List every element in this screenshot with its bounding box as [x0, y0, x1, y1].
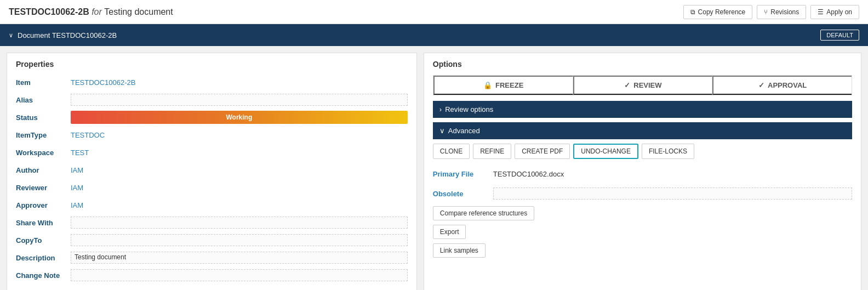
primary-file-value: TESTDOC10062.docx: [493, 170, 852, 178]
clone-button[interactable]: CLONE: [433, 144, 470, 159]
prop-value-reviewer[interactable]: IAM: [71, 184, 408, 192]
apply-on-button[interactable]: ☰ Apply on: [810, 5, 859, 19]
primary-file-label: Primary File: [433, 170, 493, 178]
prop-label-item: Item: [16, 78, 71, 87]
revisions-button[interactable]: ⑂ Revisions: [757, 5, 806, 19]
prop-input-description[interactable]: Testing document: [71, 252, 408, 264]
prop-row-status: Status Working: [16, 110, 408, 124]
page-title: TESTDOC10062-2B for Testing document: [9, 7, 173, 17]
prop-row-workspace: Workspace TEST: [16, 145, 408, 160]
primary-file-row: Primary File TESTDOC10062.docx: [433, 167, 852, 181]
prop-label-description: Description: [16, 254, 71, 262]
prop-row-author: Author IAM: [16, 163, 408, 177]
link-samples-button[interactable]: Link samples: [433, 243, 486, 258]
prop-label-approver: Approver: [16, 201, 71, 209]
prop-label-itemtype: ItemType: [16, 131, 71, 139]
properties-title: Properties: [16, 60, 408, 69]
compare-reference-button[interactable]: Compare reference structures: [433, 206, 534, 220]
prop-row-approver: Approver IAM: [16, 198, 408, 212]
freeze-icon: 🔒: [483, 81, 492, 89]
copy-icon: ⧉: [690, 8, 695, 16]
apply-icon: ☰: [818, 8, 824, 16]
prop-label-reviewer: Reviewer: [16, 184, 71, 192]
advanced-chevron-icon: ∨: [439, 127, 445, 135]
review-icon: ✓: [624, 81, 630, 89]
prop-row-alias: Alias: [16, 93, 408, 107]
revisions-icon: ⑂: [764, 8, 768, 16]
status-bar: Working: [71, 111, 408, 124]
nav-chevron-icon[interactable]: ∨: [9, 32, 13, 39]
freeze-button[interactable]: 🔒 FREEZE: [433, 76, 573, 95]
advanced-buttons-group: CLONE REFINE CREATE PDF UNDO-CHANGE FILE…: [433, 144, 852, 159]
undo-change-button[interactable]: UNDO-CHANGE: [573, 144, 638, 159]
refine-button[interactable]: REFINE: [473, 144, 511, 159]
review-button[interactable]: ✓ REVIEW: [573, 76, 713, 95]
prop-input-changenote[interactable]: [71, 269, 408, 281]
prop-label-alias: Alias: [16, 96, 71, 104]
prop-label-sharewith: Share With: [16, 219, 71, 227]
prop-row-item: Item TESTDOC10062-2B: [16, 75, 408, 89]
obsolete-label: Obsolete: [433, 190, 493, 198]
for-text: for: [92, 7, 104, 16]
top-actions: ⧉ Copy Reference ⑂ Revisions ☰ Apply on: [683, 5, 859, 19]
properties-panel: Properties Item TESTDOC10062-2B Alias St…: [7, 53, 417, 290]
review-options-header[interactable]: › Review options: [433, 101, 852, 118]
main-content: Properties Item TESTDOC10062-2B Alias St…: [0, 46, 868, 290]
nav-bar-title: ∨ Document TESTDOC10062-2B: [9, 31, 117, 39]
prop-value-itemtype[interactable]: TESTDOC: [71, 131, 408, 139]
top-header: TESTDOC10062-2B for Testing document ⧉ C…: [0, 0, 868, 24]
default-button[interactable]: DEFAULT: [820, 30, 859, 41]
approval-icon: ✓: [758, 81, 764, 89]
prop-row-changenote: Change Note: [16, 268, 408, 282]
doc-name: Testing document: [104, 7, 173, 16]
file-locks-button[interactable]: FILE-LOCKS: [642, 144, 694, 159]
prop-row-sharewith: Share With: [16, 215, 408, 230]
copy-reference-button[interactable]: ⧉ Copy Reference: [683, 5, 753, 19]
prop-input-copyto[interactable]: [71, 234, 408, 246]
action-buttons-group: 🔒 FREEZE ✓ REVIEW ✓ APPROVAL: [433, 75, 852, 95]
obsolete-input[interactable]: [493, 187, 852, 200]
options-title: Options: [433, 60, 852, 69]
prop-row-itemtype: ItemType TESTDOC: [16, 128, 408, 142]
prop-row-reviewer: Reviewer IAM: [16, 180, 408, 195]
prop-value-author[interactable]: IAM: [71, 166, 408, 174]
prop-input-sharewith[interactable]: [71, 217, 408, 229]
prop-label-changenote: Change Note: [16, 271, 71, 280]
prop-input-alias[interactable]: [71, 94, 408, 106]
prop-label-status: Status: [16, 113, 71, 122]
prop-label-copyto: CopyTo: [16, 236, 71, 244]
prop-row-description: Description Testing document: [16, 251, 408, 265]
obsolete-row: Obsolete: [433, 186, 852, 201]
prop-label-workspace: Workspace: [16, 149, 71, 157]
doc-id: TESTDOC10062-2B: [9, 7, 89, 16]
nav-bar: ∨ Document TESTDOC10062-2B DEFAULT: [0, 24, 868, 46]
advanced-header[interactable]: ∨ Advanced: [433, 122, 852, 139]
export-button[interactable]: Export: [433, 225, 466, 239]
options-panel: Options 🔒 FREEZE ✓ REVIEW ✓ APPROVAL › R…: [424, 53, 861, 290]
prop-value-approver[interactable]: IAM: [71, 201, 408, 209]
prop-value-workspace[interactable]: TEST: [71, 149, 408, 157]
review-options-chevron-icon: ›: [439, 105, 442, 113]
prop-value-item[interactable]: TESTDOC10062-2B: [71, 78, 408, 87]
prop-label-author: Author: [16, 166, 71, 174]
create-pdf-button[interactable]: CREATE PDF: [515, 144, 570, 159]
approval-button[interactable]: ✓ APPROVAL: [712, 76, 852, 95]
prop-row-copyto: CopyTo: [16, 233, 408, 247]
